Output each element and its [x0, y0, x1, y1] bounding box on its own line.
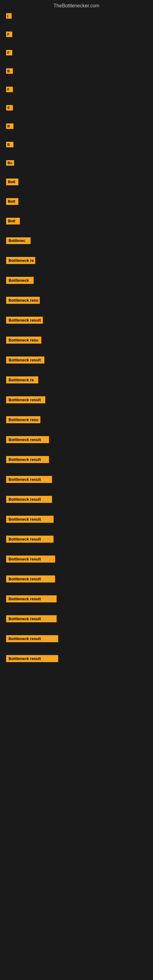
bottleneck-label-7[interactable]: B	[6, 123, 13, 129]
bottleneck-item-9: Bo	[6, 160, 147, 166]
bottleneck-item-28: Bottleneck result	[6, 536, 147, 542]
bottleneck-item-22: Bottleneck resu	[6, 416, 147, 423]
spacer-33	[6, 646, 147, 655]
bottleneck-label-8[interactable]: B	[6, 142, 13, 147]
bottleneck-label-10[interactable]: Bott	[6, 178, 18, 185]
spacer-28	[6, 546, 147, 555]
spacer-12	[6, 228, 147, 237]
spacer-27	[6, 527, 147, 536]
bottleneck-label-29[interactable]: Bottleneck result	[6, 555, 55, 563]
bottleneck-item-27: Bottleneck result	[6, 516, 147, 523]
spacer-16	[6, 307, 147, 317]
bottleneck-label-12[interactable]: Bott	[6, 218, 20, 224]
bottleneck-label-4[interactable]: B	[6, 68, 13, 74]
bottleneck-label-15[interactable]: Bottleneck	[6, 277, 33, 284]
bottleneck-item-3: F	[6, 50, 147, 56]
spacer-21	[6, 407, 147, 416]
spacer-31	[6, 606, 147, 615]
spacer-18	[6, 347, 147, 356]
spacer-25	[6, 487, 147, 496]
spacer-6	[6, 114, 147, 123]
bottleneck-label-34[interactable]: Bottleneck result	[6, 655, 58, 662]
bottleneck-item-32: Bottleneck result	[6, 615, 147, 622]
bottleneck-label-5[interactable]: F	[6, 87, 13, 92]
bottleneck-label-32[interactable]: Bottleneck result	[6, 615, 57, 622]
bottleneck-item-33: Bottleneck result	[6, 635, 147, 642]
bottleneck-item-34: Bottleneck result	[6, 655, 147, 662]
bottleneck-item-2: F	[6, 32, 147, 37]
spacer-30	[6, 586, 147, 595]
bottleneck-label-20[interactable]: Bottleneck re	[6, 376, 38, 383]
bottleneck-label-14[interactable]: Bottleneck re	[6, 257, 35, 264]
spacer-13	[6, 248, 147, 257]
bottleneck-item-11: Bott	[6, 198, 147, 205]
spacer-14	[6, 268, 147, 277]
bottleneck-label-17[interactable]: Bottleneck result	[6, 317, 43, 324]
spacer-32	[6, 626, 147, 635]
bottleneck-item-12: Bott	[6, 218, 147, 224]
bottleneck-label-28[interactable]: Bottleneck result	[6, 536, 54, 542]
bottleneck-item-13: Bottlenec	[6, 237, 147, 244]
spacer-15	[6, 288, 147, 297]
bottleneck-label-26[interactable]: Bottleneck result	[6, 496, 52, 503]
spacer-11	[6, 208, 147, 218]
bottleneck-label-30[interactable]: Bottleneck result	[6, 576, 55, 582]
bottleneck-label-1[interactable]: |	[6, 13, 12, 19]
bottleneck-label-18[interactable]: Bottleneck resu	[6, 337, 41, 344]
bottleneck-item-17: Bottleneck result	[6, 317, 147, 324]
bottleneck-item-24: Bottleneck result	[6, 456, 147, 463]
bottleneck-label-22[interactable]: Bottleneck resu	[6, 416, 40, 423]
spacer-2	[6, 41, 147, 50]
bottleneck-item-18: Bottleneck resu	[6, 337, 147, 344]
bottleneck-item-23: Bottleneck result	[6, 436, 147, 443]
bottleneck-label-16[interactable]: Bottleneck resu	[6, 297, 40, 304]
bottleneck-label-23[interactable]: Bottleneck result	[6, 436, 49, 443]
content-area: |FFBFSBBBoBottBottBottBottlenecBottlenec…	[0, 10, 153, 678]
bottleneck-label-31[interactable]: Bottleneck result	[6, 595, 57, 602]
spacer-10	[6, 189, 147, 198]
spacer-3	[6, 59, 147, 68]
spacer-24	[6, 467, 147, 476]
bottleneck-item-16: Bottleneck resu	[6, 297, 147, 304]
bottleneck-label-21[interactable]: Bottleneck result	[6, 396, 45, 403]
site-title: TheBottlenecker.com	[0, 0, 153, 10]
spacer-1	[6, 22, 147, 32]
spacer-22	[6, 427, 147, 436]
spacer-8	[6, 151, 147, 160]
bottleneck-label-25[interactable]: Bottleneck result	[6, 476, 52, 483]
bottleneck-item-5: F	[6, 87, 147, 92]
bottleneck-item-25: Bottleneck result	[6, 476, 147, 483]
bottleneck-label-3[interactable]: F	[6, 50, 12, 56]
bottleneck-label-11[interactable]: Bott	[6, 198, 18, 205]
spacer-34	[6, 666, 147, 675]
spacer-23	[6, 447, 147, 456]
bottleneck-item-26: Bottleneck result	[6, 496, 147, 503]
bottleneck-item-10: Bott	[6, 178, 147, 185]
spacer-17	[6, 328, 147, 337]
spacer-29	[6, 566, 147, 576]
bottleneck-label-27[interactable]: Bottleneck result	[6, 516, 54, 523]
bottleneck-label-2[interactable]: F	[6, 32, 12, 37]
spacer-19	[6, 367, 147, 376]
bottleneck-item-19: Bottleneck result	[6, 356, 147, 364]
bottleneck-item-8: B	[6, 142, 147, 147]
bottleneck-item-29: Bottleneck result	[6, 555, 147, 563]
bottleneck-item-6: S	[6, 105, 147, 111]
bottleneck-item-20: Bottleneck re	[6, 376, 147, 383]
bottleneck-item-31: Bottleneck result	[6, 595, 147, 602]
spacer-7	[6, 133, 147, 142]
bottleneck-label-13[interactable]: Bottlenec	[6, 237, 30, 244]
bottleneck-label-33[interactable]: Bottleneck result	[6, 635, 58, 642]
bottleneck-label-19[interactable]: Bottleneck result	[6, 356, 45, 364]
bottleneck-label-24[interactable]: Bottleneck result	[6, 456, 49, 463]
bottleneck-item-7: B	[6, 123, 147, 129]
bottleneck-item-1: |	[6, 13, 147, 19]
spacer-5	[6, 96, 147, 105]
bottleneck-label-6[interactable]: S	[6, 105, 13, 111]
bottleneck-item-15: Bottleneck	[6, 277, 147, 284]
spacer-26	[6, 506, 147, 516]
bottleneck-item-4: B	[6, 68, 147, 74]
bottleneck-label-9[interactable]: Bo	[6, 160, 14, 166]
bottleneck-item-21: Bottleneck result	[6, 396, 147, 403]
spacer-4	[6, 78, 147, 87]
